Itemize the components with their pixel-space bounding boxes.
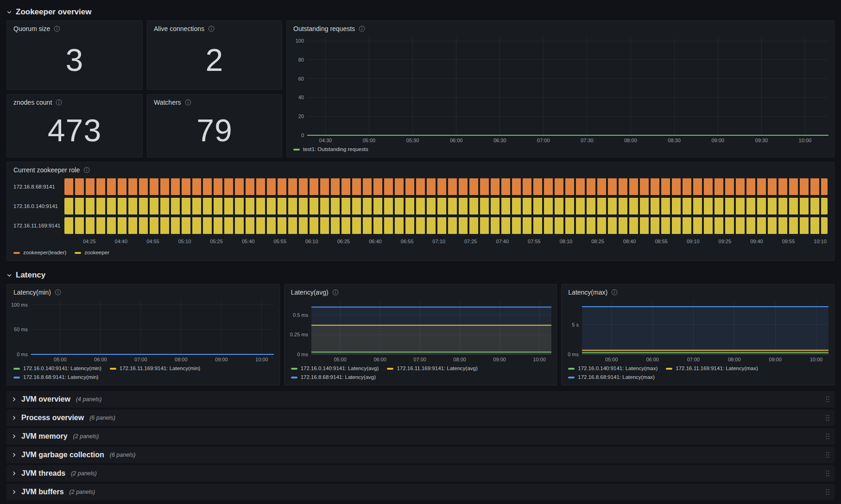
row-panel-count: (2 panels) (73, 433, 99, 440)
outstanding-requests-chart[interactable]: 02040608010004:3005:0005:3006:0006:3007:… (287, 33, 834, 145)
chevron-down-icon (6, 272, 12, 278)
drag-handle-icon[interactable] (825, 451, 830, 459)
chart-legend: 172.16.0.140:9141: Latency(avg)172.16.11… (285, 364, 557, 385)
section-title: Zookeeper overview (16, 7, 91, 17)
info-icon[interactable] (332, 289, 339, 296)
svg-text:05:00: 05:00 (605, 357, 618, 362)
info-icon[interactable] (83, 167, 90, 173)
dashboard-row-jvm-garbage-collection[interactable]: JVM garbage collection (6 panels) (6, 447, 835, 463)
latency-panels-grid: Latency(min) 0 ms50 ms100 ms05:0006:0007… (6, 284, 835, 385)
drag-handle-icon[interactable] (825, 433, 830, 440)
dashboard-row-jvm-buffers[interactable]: JVM buffers (2 panels) (6, 484, 835, 500)
state-timeline[interactable]: 172.16.8.68:9141172.16.0.140:9141172.16.… (7, 175, 834, 248)
dashboard-row-jvm-memory[interactable]: JVM memory (2 panels) (6, 428, 835, 445)
svg-text:10:00: 10:00 (810, 357, 823, 362)
info-icon[interactable] (185, 99, 191, 106)
svg-text:06:00: 06:00 (373, 357, 386, 362)
latency-min-chart[interactable]: 0 ms50 ms100 ms05:0006:0007:0008:0009:00… (7, 297, 279, 364)
drag-handle-icon[interactable] (825, 414, 830, 422)
svg-text:08:30: 08:30 (668, 138, 681, 143)
stat-value: 3 (7, 30, 142, 89)
section-zookeeper-overview[interactable]: Zookeeper overview (6, 5, 835, 19)
legend-item[interactable]: 172.16.11.169:9141: Latency(avg) (387, 365, 477, 372)
panel-title[interactable]: Current zookeeper role (13, 166, 80, 174)
panel-title[interactable]: Outstanding requests (293, 25, 355, 32)
legend-label: 172.16.8.68:9141: Latency(avg) (301, 373, 376, 381)
legend-item[interactable]: test1: Outstanding requests (293, 145, 368, 153)
chart-svg: 0 ms50 ms100 ms05:0006:0007:0008:0009:00… (7, 297, 279, 364)
svg-text:20: 20 (298, 113, 304, 119)
dashboard-row-process-overview[interactable]: Process overview (6 panels) (6, 410, 835, 426)
drag-handle-icon[interactable] (825, 470, 830, 477)
timeline-bars[interactable] (64, 217, 828, 234)
info-icon[interactable] (55, 289, 61, 296)
svg-text:10:00: 10:00 (255, 357, 268, 362)
legend-item[interactable]: zookeeper (75, 249, 109, 257)
info-icon[interactable] (611, 289, 618, 296)
panel-title[interactable]: Latency(min) (13, 289, 51, 296)
svg-text:09:00: 09:00 (493, 357, 506, 362)
svg-text:05:00: 05:00 (54, 357, 67, 362)
panel-title[interactable]: Latency(avg) (291, 289, 329, 296)
legend-item[interactable]: 172.16.8.68:9141: Latency(max) (568, 373, 655, 381)
timeline-row-label: 172.16.11.169:9141 (13, 223, 64, 228)
drag-handle-icon[interactable] (825, 488, 830, 496)
row-panel-count: (6 panels) (110, 452, 136, 458)
chevron-down-icon (6, 9, 12, 15)
legend-item[interactable]: 172.16.11.169:9141: Latency(max) (666, 365, 758, 372)
timeline-bars[interactable] (64, 178, 828, 195)
svg-text:05:00: 05:00 (363, 138, 376, 143)
row-title: JVM threads (21, 469, 65, 478)
panel-quorum-size: Quorum size 3 (6, 20, 143, 90)
panel-title[interactable]: Latency(max) (568, 289, 607, 296)
legend-item[interactable]: 172.16.11.169:9141: Latency(min) (110, 365, 200, 372)
info-icon[interactable] (208, 25, 215, 32)
latency-avg-chart[interactable]: 0 ms0.25 ms0.5 ms05:0006:0007:0008:0009:… (285, 297, 557, 364)
legend-label: test1: Outstanding requests (303, 145, 368, 153)
timeline-axis: 04:2504:4004:5505:1005:2505:4005:5506:10… (73, 237, 828, 244)
svg-text:0.25 ms: 0.25 ms (290, 332, 309, 337)
svg-text:05:00: 05:00 (334, 357, 347, 362)
svg-text:09:00: 09:00 (711, 138, 724, 143)
row-title: JVM memory (21, 432, 68, 441)
svg-text:07:00: 07:00 (413, 357, 426, 362)
series-color-swatch (387, 368, 393, 370)
series-color-swatch (291, 368, 297, 370)
svg-text:100: 100 (296, 38, 304, 44)
info-icon[interactable] (56, 99, 62, 106)
svg-text:09:30: 09:30 (755, 138, 768, 143)
svg-text:0 ms: 0 ms (297, 352, 308, 357)
series-color-swatch (666, 368, 672, 370)
section-latency[interactable]: Latency (6, 268, 835, 282)
legend-item[interactable]: 172.16.0.140:9141: Latency(avg) (291, 365, 379, 372)
svg-text:5 s: 5 s (572, 322, 579, 328)
latency-max-chart[interactable]: 0 ms5 s05:0006:0007:0008:0009:0010:00 (562, 297, 834, 364)
info-icon[interactable] (359, 25, 365, 32)
timeline-bars[interactable] (64, 198, 828, 214)
chart-svg: 02040608010004:3005:0005:3006:0006:3007:… (287, 33, 834, 145)
svg-text:06:00: 06:00 (646, 357, 659, 362)
svg-text:08:00: 08:00 (175, 357, 188, 362)
drag-handle-icon[interactable] (825, 396, 830, 403)
legend-item[interactable]: 172.16.8.68:9141: Latency(avg) (291, 373, 376, 381)
panel-alive-connections: Alive connections 2 (147, 20, 282, 90)
row-title: JVM garbage collection (21, 451, 104, 459)
dashboard-row-jvm-overview[interactable]: JVM overview (4 panels) (6, 391, 835, 408)
legend-item[interactable]: 172.16.8.68:9141: Latency(min) (13, 373, 98, 381)
info-icon[interactable] (54, 25, 60, 32)
svg-text:07:00: 07:00 (687, 357, 700, 362)
row-panel-count: (2 panels) (71, 470, 97, 477)
series-color-swatch (293, 149, 300, 151)
series-color-swatch (13, 368, 20, 370)
dashboard-row-jvm-threads[interactable]: JVM threads (2 panels) (6, 465, 835, 482)
row-panel-count: (4 panels) (76, 396, 102, 403)
svg-text:09:00: 09:00 (769, 357, 782, 362)
row-panel-count: (6 panels) (89, 415, 115, 421)
overview-panels-grid: Quorum size 3 Alive connections 2 Outsta… (6, 20, 835, 158)
legend-item[interactable]: 172.16.0.140:9141: Latency(max) (568, 365, 658, 372)
legend-item[interactable]: zookeeper(leader) (13, 249, 66, 257)
series-color-swatch (110, 368, 116, 370)
timeline-row: 172.16.11.169:9141 (13, 217, 828, 234)
legend-item[interactable]: 172.16.0.140:9141: Latency(min) (13, 365, 101, 372)
svg-text:0: 0 (301, 132, 304, 138)
